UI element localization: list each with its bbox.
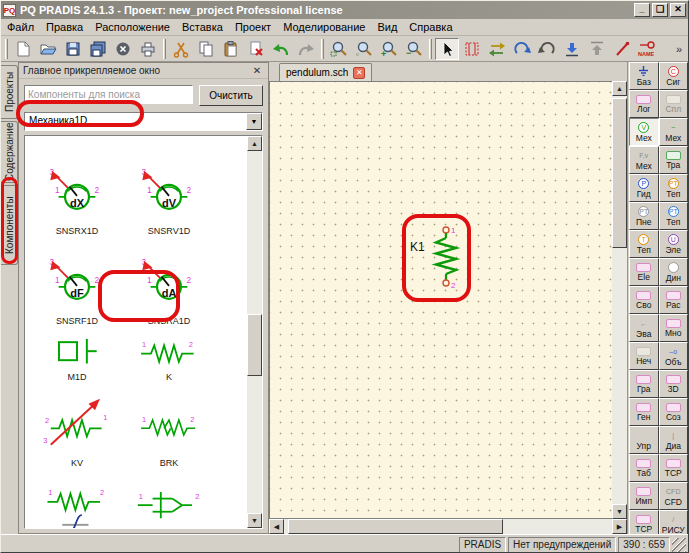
rtb-din-button[interactable]: Дин xyxy=(659,258,689,286)
scroll-up-icon[interactable]: ▲ xyxy=(247,136,262,151)
zoom-extents-button[interactable] xyxy=(327,38,351,60)
editor-vscroll-track[interactable] xyxy=(612,96,627,504)
rotate-cw-button[interactable] xyxy=(510,38,534,60)
palette-scrollbar[interactable]: ▲ ▼ xyxy=(247,136,262,528)
rotate-ccw-button[interactable] xyxy=(535,38,559,60)
palette-item-mu[interactable]: 1 2 MU xyxy=(123,470,215,528)
palette-scroll-thumb[interactable] xyxy=(247,314,262,376)
menu-project[interactable]: Проект xyxy=(229,19,277,35)
minimize-button[interactable]: _ xyxy=(634,3,650,17)
print-button[interactable] xyxy=(136,38,160,60)
dock-tab-components[interactable]: Компоненты xyxy=(1,185,18,265)
menu-layout[interactable]: Расположение xyxy=(89,19,176,35)
select-tool-button[interactable] xyxy=(435,38,459,60)
rtb-nech-button[interactable]: Неч xyxy=(629,342,659,370)
dock-tab-projects[interactable]: Проекты xyxy=(1,65,18,119)
resize-grip[interactable] xyxy=(672,538,686,552)
close-doc-button[interactable] xyxy=(111,38,135,60)
rtb-svo-button[interactable]: Сво xyxy=(629,286,659,314)
bounds-tool-button[interactable] xyxy=(460,38,484,60)
palette-item-snsra1d[interactable]: 3 dA 1 2 SNSRA1D xyxy=(123,238,215,328)
palette-item-knl[interactable]: 1 2 KNL xyxy=(31,470,123,528)
dock-tab-contents[interactable]: Содержание xyxy=(1,121,18,183)
rtb-tcp-2-button[interactable]: TCP xyxy=(629,510,659,534)
scroll-right-icon[interactable]: ▶ xyxy=(612,519,627,534)
rtb-ele-button[interactable]: UЭле xyxy=(659,230,689,258)
scroll-up-icon[interactable]: ▲ xyxy=(612,81,627,96)
tab-pendulum[interactable]: pendulum.sch ✕ xyxy=(279,63,372,81)
rtb-tab-button[interactable]: Таб xyxy=(629,454,659,482)
rtb-baz-button[interactable]: Баз xyxy=(629,62,659,90)
dropdown-arrow-icon[interactable]: ▼ xyxy=(246,113,262,130)
menu-file[interactable]: Файл xyxy=(1,19,40,35)
delete-button[interactable] xyxy=(244,38,268,60)
rtb-risu-button[interactable]: /РИСУ xyxy=(659,510,689,534)
rtb-pne-button[interactable]: PTПне xyxy=(629,202,659,230)
rtb-ele-2-button[interactable]: Ele xyxy=(629,258,659,286)
menu-insert[interactable]: Вставка xyxy=(176,19,229,35)
rtb-gid-button[interactable]: PГид xyxy=(629,174,659,202)
close-button[interactable]: ✕ xyxy=(670,3,686,17)
rtb-log-button[interactable]: Лог xyxy=(629,90,659,118)
editor-vscrollbar[interactable]: ▲ ▼ xyxy=(612,81,627,519)
rtb-mech-3-button[interactable]: F,vМех xyxy=(629,146,659,174)
mirror-button[interactable] xyxy=(485,38,509,60)
editor-hscrollbar[interactable]: ◀ ▶ xyxy=(269,519,627,534)
redo-button[interactable] xyxy=(294,38,318,60)
save-button[interactable] xyxy=(61,38,85,60)
copy-button[interactable] xyxy=(194,38,218,60)
scroll-down-icon[interactable]: ▼ xyxy=(612,504,627,519)
rtb-tep-1-button[interactable]: PTТеп xyxy=(659,174,689,202)
rtb-gen-button[interactable]: Ген xyxy=(629,398,659,426)
rtb-tep-2-button[interactable]: PTТеп xyxy=(659,202,689,230)
move-up-button[interactable] xyxy=(585,38,609,60)
rtb-mno-button[interactable]: Мно xyxy=(659,314,689,342)
paste-button[interactable] xyxy=(219,38,243,60)
draw-line-button[interactable] xyxy=(610,38,634,60)
scroll-left-icon[interactable]: ◀ xyxy=(269,519,284,534)
palette-item-k[interactable]: 1 2 K xyxy=(123,328,215,384)
cut-button[interactable] xyxy=(169,38,193,60)
name-tool-button[interactable]: NAME xyxy=(635,38,659,60)
maximize-button[interactable]: ❑ xyxy=(652,3,668,17)
menu-edit[interactable]: Правка xyxy=(40,19,89,35)
palette-item-kv[interactable]: 2 1 3 KV xyxy=(31,384,123,470)
clear-search-button[interactable]: Очистить xyxy=(199,85,263,106)
palette-item-snsrv1d[interactable]: 3 dV 1 2 SNSRV1D xyxy=(123,146,215,238)
rtb-upr-button[interactable]: Упр xyxy=(629,426,659,454)
rtb-ob-button[interactable]: –oОбъ xyxy=(659,342,689,370)
rtb-gra-button[interactable]: Гра xyxy=(629,370,659,398)
move-down-button[interactable] xyxy=(560,38,584,60)
editor-hscroll-track[interactable] xyxy=(284,519,612,534)
rtb-tcp-1-button[interactable]: TCP xyxy=(659,454,689,482)
rtb-imp-button[interactable]: Имп xyxy=(629,482,659,510)
menu-view[interactable]: Вид xyxy=(371,19,403,35)
palette-item-brk[interactable]: 1 2 BRK xyxy=(123,384,215,470)
palette-scroll-track[interactable] xyxy=(247,151,262,513)
rtb-mech-1d-button[interactable]: VМех xyxy=(629,118,659,146)
zoom-window-button[interactable]: ▫ xyxy=(352,38,376,60)
schematic-component-k1[interactable]: K1 1 2 xyxy=(410,224,466,296)
rtb-tra-button[interactable]: Тра xyxy=(659,146,689,174)
rtb-dia-button[interactable]: |Диа xyxy=(659,426,689,454)
rtb-soz-button[interactable]: Соз xyxy=(659,398,689,426)
menu-help[interactable]: Справка xyxy=(403,19,458,35)
panel-close-icon[interactable]: ✕ xyxy=(250,65,264,76)
undo-button[interactable] xyxy=(269,38,293,60)
palette-item-snsrf1d[interactable]: 3 dF 1 2 SNSRF1D xyxy=(31,238,123,328)
new-button[interactable] xyxy=(11,38,35,60)
editor-hscroll-thumb[interactable] xyxy=(288,519,503,534)
editor-vscroll-thumb[interactable] xyxy=(612,98,627,248)
palette-item-m1d[interactable]: M1D xyxy=(31,328,123,384)
component-search-input[interactable] xyxy=(24,85,193,104)
rtb-cfd-button[interactable]: CFDCFD xyxy=(659,482,689,510)
tab-close-icon[interactable]: ✕ xyxy=(353,67,365,79)
zoom-in-button[interactable]: + xyxy=(377,38,401,60)
toolbar-overflow[interactable]: » xyxy=(672,43,686,55)
rtb-ras-button[interactable]: Рас xyxy=(659,286,689,314)
category-dropdown[interactable]: Механика1D ▼ xyxy=(24,112,263,131)
save-all-button[interactable] xyxy=(86,38,110,60)
rtb-spl-button[interactable]: Спл xyxy=(659,90,689,118)
rtb-tep-3-button[interactable]: TТеп xyxy=(629,230,659,258)
rtb-mech-2-button[interactable]: ~Мех xyxy=(659,118,689,146)
